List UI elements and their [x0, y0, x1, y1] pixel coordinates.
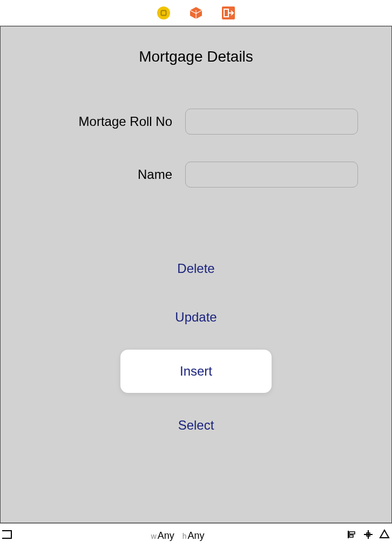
top-toolbar: 1 [0, 0, 392, 26]
delete-button[interactable]: Delete [120, 252, 272, 285]
logout-icon[interactable] [221, 5, 236, 21]
page-title: Mortgage Details [139, 48, 253, 65]
svg-rect-8 [2, 531, 11, 538]
w-value: Any [158, 530, 174, 541]
insert-button[interactable]: Insert [120, 350, 272, 393]
align-icon[interactable] [347, 529, 357, 543]
resolve-icon[interactable] [379, 529, 390, 543]
select-button[interactable]: Select [120, 409, 272, 442]
size-class-indicator[interactable]: wAny hAny [14, 530, 347, 542]
main-canvas: Mortgage Details Mortage Roll No Name De… [0, 26, 392, 523]
cube-icon[interactable]: 1 [188, 5, 204, 21]
pin-icon[interactable] [363, 529, 374, 543]
coin-icon[interactable] [156, 5, 171, 21]
action-button-stack: Delete Update Insert Select [120, 252, 272, 442]
svg-rect-10 [349, 532, 355, 534]
h-prefix: h [183, 532, 187, 540]
svg-text:1: 1 [195, 9, 198, 14]
rollno-label: Mortage Roll No [34, 114, 185, 129]
name-input[interactable] [185, 162, 358, 188]
form-row-name: Name [34, 162, 358, 188]
device-icon[interactable] [2, 529, 14, 543]
w-prefix: w [151, 532, 157, 540]
svg-point-0 [157, 6, 170, 19]
rollno-input[interactable] [185, 109, 358, 135]
h-value: Any [187, 530, 204, 541]
bottom-bar: wAny hAny [0, 523, 392, 548]
name-label: Name [34, 167, 185, 182]
svg-marker-15 [380, 530, 389, 538]
form-row-rollno: Mortage Roll No [34, 109, 358, 135]
svg-rect-11 [349, 535, 353, 537]
update-button[interactable]: Update [120, 301, 272, 333]
